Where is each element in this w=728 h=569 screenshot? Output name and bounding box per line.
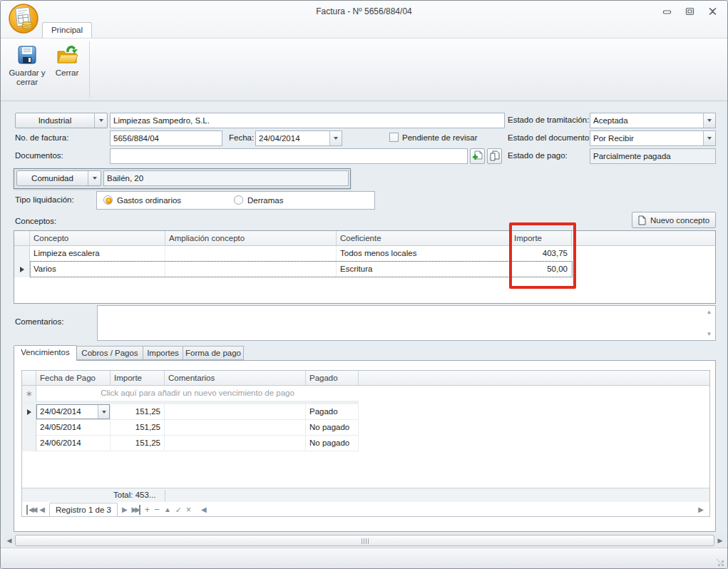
entity-type-dropdown[interactable]	[94, 113, 107, 128]
invoice-app-icon[interactable]	[8, 3, 39, 34]
cell-ampliacion[interactable]	[165, 246, 337, 262]
copy-document-button[interactable]	[487, 148, 502, 164]
scroll-down-icon[interactable]: ▼	[704, 329, 714, 339]
cancel-edit-icon[interactable]: ×	[186, 505, 191, 515]
window-controls	[662, 7, 717, 16]
new-row-hint[interactable]: Click aquí para añadir un nuevo vencimie…	[36, 386, 359, 401]
save-and-close-button[interactable]: Guardar y cerrar	[9, 41, 46, 98]
col-header-ampliacion[interactable]: Ampliación concepto	[165, 231, 337, 246]
cell-importe[interactable]: 151,25	[111, 404, 165, 420]
estado-documento-label: Estado del documento:	[508, 133, 592, 142]
tipo-liquidacion-label: Tipo liquidación:	[15, 195, 74, 204]
col-header-importe[interactable]: Importe	[111, 371, 165, 386]
row-indicator-current	[22, 404, 36, 420]
next-record-icon[interactable]: ▶	[122, 505, 128, 515]
entity-name-field[interactable]: Limpiezas Sampedro, S.L.	[110, 113, 505, 128]
fecha-pago-dropdown[interactable]	[98, 405, 109, 419]
first-record-icon[interactable]: ◀◀	[26, 505, 35, 515]
scroll-right-icon[interactable]: ▶	[714, 534, 726, 547]
current-row-arrow-icon	[20, 267, 24, 272]
radio-derramas[interactable]	[234, 195, 243, 205]
last-record-icon[interactable]: ▶▶	[132, 505, 140, 515]
chevron-down-icon	[707, 137, 712, 140]
cell-importe[interactable]: 151,25	[111, 420, 165, 436]
end-edit-icon[interactable]: ✓	[175, 505, 182, 515]
edit-record-icon[interactable]: ▲	[164, 505, 171, 515]
fecha-date-combo[interactable]: 24/04/2014	[255, 130, 342, 146]
row-indicator-current	[14, 262, 30, 277]
horizontal-scrollbar: ◀ ▶	[4, 534, 726, 547]
close-form-button[interactable]: Cerrar	[48, 41, 86, 98]
cell-comentarios[interactable]	[165, 436, 306, 451]
pendiente-checkbox[interactable]	[389, 133, 399, 142]
comunidad-button[interactable]: Comunidad	[16, 170, 101, 186]
cell-comentarios[interactable]	[165, 404, 306, 420]
focus-rect	[30, 261, 573, 277]
close-window-button[interactable]	[707, 7, 717, 16]
restore-button[interactable]	[685, 7, 694, 16]
cell-concepto[interactable]: Limpieza escalera	[30, 246, 165, 262]
cell-fecha[interactable]: 24/06/2014	[36, 436, 111, 451]
chevron-down-icon	[707, 119, 712, 122]
cell-comentarios[interactable]	[165, 420, 306, 436]
vencimientos-tab-content: Fecha de Pago Importe Comentarios Pagado…	[14, 360, 716, 532]
tab-vencimientos[interactable]: Vencimientos	[14, 345, 77, 361]
comunidad-dropdown[interactable]	[88, 171, 101, 185]
estado-documento-dropdown[interactable]	[703, 131, 715, 145]
col-header-coeficiente[interactable]: Coeficiente	[337, 231, 511, 246]
radio-gastos-ordinarios-label: Gastos ordinarios	[117, 196, 181, 205]
minimize-button[interactable]	[662, 7, 672, 16]
grid-footer: Total: 453...	[22, 488, 709, 502]
cell-importe[interactable]: 403,75	[511, 246, 572, 262]
new-row-asterisk-icon: ∗	[22, 386, 36, 401]
save-and-close-label: Guardar y cerrar	[9, 68, 45, 86]
scroll-up-icon[interactable]: ▲	[704, 307, 714, 317]
resize-grip[interactable]	[717, 559, 724, 566]
scrollbar-thumb[interactable]	[15, 535, 714, 546]
new-page-icon	[638, 215, 646, 225]
ribbon-body: Guardar y cerrar Cerrar	[1, 38, 727, 101]
fecha-dropdown[interactable]	[329, 131, 342, 145]
cell-pagado[interactable]: No pagado	[306, 436, 359, 451]
col-header-pagado[interactable]: Pagado	[306, 371, 359, 386]
radio-gastos-ordinarios[interactable]	[103, 195, 113, 205]
fecha-pago-combo[interactable]: 24/04/2014	[36, 404, 110, 419]
comunidad-group: Comunidad Bailén, 20	[14, 168, 351, 189]
entity-type-button[interactable]: Industrial	[15, 113, 108, 128]
cell-pagado[interactable]: No pagado	[306, 420, 359, 436]
estado-tramitacion-label: Estado de tramitación:	[508, 116, 589, 124]
save-icon	[9, 43, 46, 66]
comunidad-field[interactable]: Bailén, 20	[103, 170, 349, 186]
grid-hscroll-right-icon[interactable]: ▶	[698, 505, 704, 515]
col-header-fecha-pago[interactable]: Fecha de Pago	[36, 371, 111, 386]
cell-pagado[interactable]: Pagado	[306, 404, 359, 420]
prev-record-icon[interactable]: ◀	[39, 505, 45, 515]
estado-tramitacion-value: Aceptada	[590, 113, 703, 128]
cell-importe[interactable]: 151,25	[111, 436, 165, 451]
col-header-comentarios[interactable]: Comentarios	[165, 371, 306, 386]
grid-hscroll-left-icon[interactable]: ◀	[201, 505, 207, 515]
scroll-left-icon[interactable]: ◀	[4, 534, 15, 547]
add-document-button[interactable]	[470, 148, 485, 164]
pendiente-label: Pendiente de revisar	[402, 133, 477, 142]
col-header-importe[interactable]: Importe	[511, 231, 572, 246]
estado-pago-value: Parcialmente pagada	[593, 152, 671, 160]
cell-fecha[interactable]: 24/05/2014	[36, 420, 111, 436]
delete-record-icon[interactable]: −	[154, 505, 160, 515]
col-header-concepto[interactable]: Concepto	[30, 231, 165, 246]
estado-tramitacion-combo[interactable]: Aceptada	[590, 113, 716, 128]
tab-importes[interactable]: Importes	[143, 346, 183, 360]
invoice-number-input[interactable]: 5656/884/04	[110, 130, 222, 146]
tab-cobros-pagos[interactable]: Cobros / Pagos	[77, 346, 143, 360]
entity-type-label: Industrial	[16, 113, 94, 128]
cell-coeficiente[interactable]: Todos menos locales	[337, 246, 511, 262]
tab-forma-de-pago[interactable]: Forma de pago	[183, 346, 244, 360]
estado-pago-label: Estado de pago:	[508, 151, 568, 160]
ribbon-tab-principal[interactable]: Principal	[42, 22, 92, 39]
estado-documento-combo[interactable]: Por Recibir	[590, 130, 716, 146]
documentos-input[interactable]	[110, 148, 468, 164]
append-record-icon[interactable]: +	[145, 505, 150, 515]
comments-textarea[interactable]: ▲ ▼	[97, 305, 716, 341]
estado-tramitacion-dropdown[interactable]	[703, 113, 715, 128]
new-concept-button[interactable]: Nuevo concepto	[632, 212, 716, 228]
